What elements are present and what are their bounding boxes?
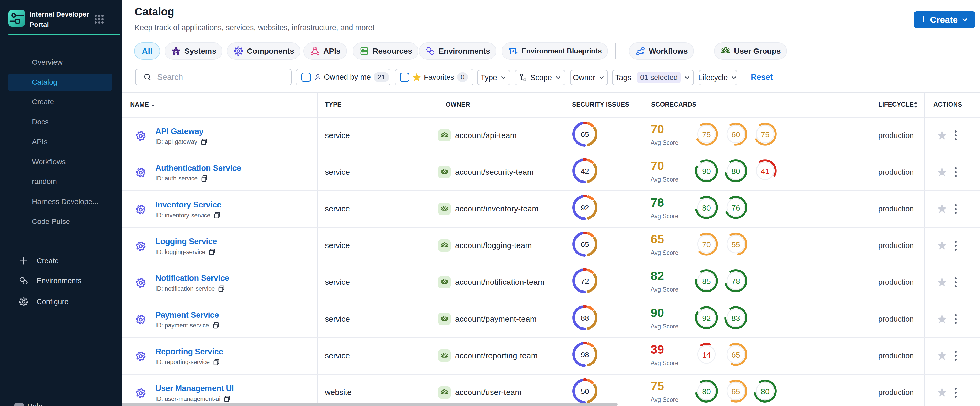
svg-text:65: 65: [581, 241, 589, 249]
svg-text:80: 80: [702, 203, 711, 212]
svg-text:98: 98: [581, 350, 589, 358]
svg-text:60: 60: [731, 130, 740, 138]
svg-text:65: 65: [731, 387, 740, 396]
svg-text:41: 41: [760, 167, 769, 175]
svg-text:75: 75: [702, 130, 711, 138]
svg-text:83: 83: [731, 314, 740, 322]
svg-text:80: 80: [760, 387, 769, 396]
svg-text:70: 70: [702, 240, 711, 249]
svg-text:55: 55: [731, 240, 740, 249]
svg-text:80: 80: [702, 387, 711, 396]
svg-text:50: 50: [581, 387, 589, 395]
svg-text:76: 76: [731, 203, 740, 212]
svg-text:42: 42: [581, 167, 589, 175]
svg-text:85: 85: [702, 277, 711, 285]
svg-text:75: 75: [760, 130, 769, 138]
svg-text:65: 65: [581, 130, 589, 138]
svg-text:A: A: [512, 49, 515, 53]
svg-text:80: 80: [731, 167, 740, 175]
svg-text:92: 92: [702, 314, 711, 322]
svg-text:78: 78: [731, 277, 740, 285]
svg-text:92: 92: [581, 204, 589, 212]
svg-text:90: 90: [702, 167, 711, 175]
svg-text:65: 65: [731, 350, 740, 359]
svg-text:72: 72: [581, 277, 589, 285]
svg-text:88: 88: [581, 314, 589, 322]
svg-text:14: 14: [702, 350, 711, 359]
